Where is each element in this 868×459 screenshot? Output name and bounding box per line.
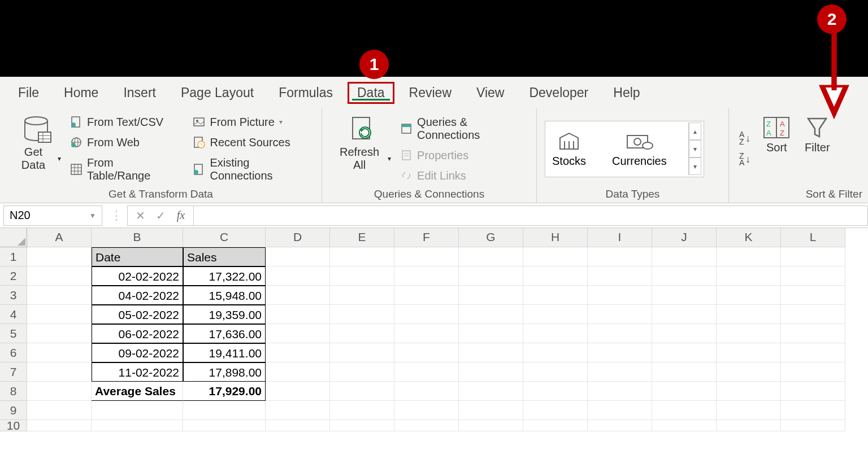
col-header-c[interactable]: C [183, 228, 266, 247]
get-data-button[interactable]: Get Data▾ [6, 112, 67, 186]
cell[interactable] [27, 343, 92, 362]
cell[interactable] [266, 266, 330, 286]
insert-function-button[interactable]: fx [171, 209, 191, 222]
cell[interactable] [781, 343, 845, 362]
cell[interactable]: 02-02-2022 [92, 266, 183, 286]
cell-avg-value[interactable]: 17,929.00 [183, 382, 266, 401]
col-header-k[interactable]: K [717, 228, 781, 247]
row-header[interactable]: 3 [0, 286, 27, 305]
refresh-all-button[interactable]: Refresh All▾ [328, 112, 397, 186]
cell[interactable] [266, 382, 330, 401]
cell[interactable] [717, 362, 781, 382]
cell[interactable] [330, 286, 394, 305]
cell[interactable]: 06-02-2022 [92, 324, 183, 343]
cell-avg-label[interactable]: Average Sales [92, 382, 183, 401]
cell[interactable] [266, 286, 330, 305]
cell[interactable] [717, 305, 781, 324]
cell[interactable] [266, 420, 330, 431]
cell[interactable] [266, 324, 330, 343]
cell[interactable] [781, 286, 845, 305]
filter-button[interactable]: Filter [798, 112, 836, 186]
cell[interactable] [523, 266, 588, 286]
cell[interactable]: 04-02-2022 [92, 286, 183, 305]
cell[interactable] [652, 420, 717, 431]
cell[interactable]: 15,948.00 [183, 286, 266, 305]
cell[interactable] [781, 382, 845, 401]
cell[interactable]: 17,898.00 [183, 362, 266, 382]
cell[interactable] [266, 247, 330, 266]
cell[interactable] [330, 401, 394, 420]
data-types-gallery[interactable]: Stocks Currencies ▴ ▾ ▾ [545, 121, 704, 177]
cell[interactable] [27, 247, 92, 266]
row-header[interactable]: 6 [0, 343, 27, 362]
cell[interactable] [266, 362, 330, 382]
tab-page-layout[interactable]: Page Layout [171, 82, 264, 104]
cell[interactable] [781, 266, 845, 286]
cell[interactable] [717, 420, 781, 431]
cell[interactable] [92, 401, 183, 420]
cell[interactable] [459, 286, 523, 305]
cell[interactable]: 05-02-2022 [92, 305, 183, 324]
cell[interactable] [717, 401, 781, 420]
cell[interactable] [266, 343, 330, 362]
cell[interactable] [523, 286, 588, 305]
chevron-down-icon[interactable]: ▾ [689, 140, 701, 158]
cell[interactable] [459, 343, 523, 362]
gallery-scroll[interactable]: ▴ ▾ ▾ [688, 123, 701, 175]
cell[interactable] [781, 401, 845, 420]
cell[interactable] [330, 362, 394, 382]
sort-button[interactable]: ZAAZ Sort [755, 112, 798, 186]
cell[interactable] [394, 266, 459, 286]
cell[interactable] [27, 420, 92, 431]
queries-connections-button[interactable]: Queries & Connections [397, 114, 531, 143]
cell[interactable] [652, 286, 717, 305]
cell[interactable] [652, 266, 717, 286]
cell[interactable] [183, 401, 266, 420]
cell[interactable] [588, 286, 652, 305]
cell[interactable] [652, 382, 717, 401]
dropdown-icon[interactable]: ▾ [689, 158, 701, 175]
worksheet-grid[interactable]: A B C D E F G H I J K L 1 Date Sales 2 0… [0, 228, 868, 431]
col-header-d[interactable]: D [266, 228, 330, 247]
cell[interactable] [266, 305, 330, 324]
cell[interactable] [523, 247, 588, 266]
cell[interactable] [394, 247, 459, 266]
cell[interactable] [459, 401, 523, 420]
cell[interactable] [781, 324, 845, 343]
cell[interactable] [27, 266, 92, 286]
col-header-e[interactable]: E [330, 228, 394, 247]
cell[interactable] [330, 266, 394, 286]
row-header[interactable]: 1 [0, 247, 27, 266]
cell[interactable] [27, 305, 92, 324]
row-header[interactable]: 4 [0, 305, 27, 324]
cell[interactable] [717, 247, 781, 266]
cell[interactable] [717, 286, 781, 305]
sort-descending-button[interactable]: ZA↓ [739, 152, 750, 167]
from-text-csv-button[interactable]: From Text/CSV [67, 114, 180, 130]
row-header[interactable]: 2 [0, 266, 27, 286]
col-header-j[interactable]: J [652, 228, 717, 247]
cell[interactable] [459, 362, 523, 382]
cell[interactable] [523, 324, 588, 343]
from-picture-button[interactable]: From Picture▾ [189, 114, 316, 130]
col-header-h[interactable]: H [523, 228, 588, 247]
recent-sources-button[interactable]: Recent Sources [189, 134, 316, 151]
cell[interactable] [781, 420, 845, 431]
cell[interactable] [588, 382, 652, 401]
name-box[interactable]: N20 ▼ [3, 206, 102, 226]
cell[interactable] [394, 382, 459, 401]
cell[interactable] [27, 401, 92, 420]
cell[interactable]: 19,359.00 [183, 305, 266, 324]
cell[interactable] [588, 247, 652, 266]
cell[interactable] [394, 343, 459, 362]
cell[interactable] [588, 420, 652, 431]
cell[interactable] [588, 343, 652, 362]
cell[interactable] [717, 382, 781, 401]
cell[interactable] [588, 362, 652, 382]
col-header-f[interactable]: F [394, 228, 459, 247]
from-web-button[interactable]: From Web [67, 134, 180, 151]
cell[interactable] [781, 305, 845, 324]
tab-view[interactable]: View [466, 82, 514, 104]
from-table-range-button[interactable]: From Table/Range [67, 155, 180, 184]
cell-header-date[interactable]: Date [92, 247, 183, 266]
